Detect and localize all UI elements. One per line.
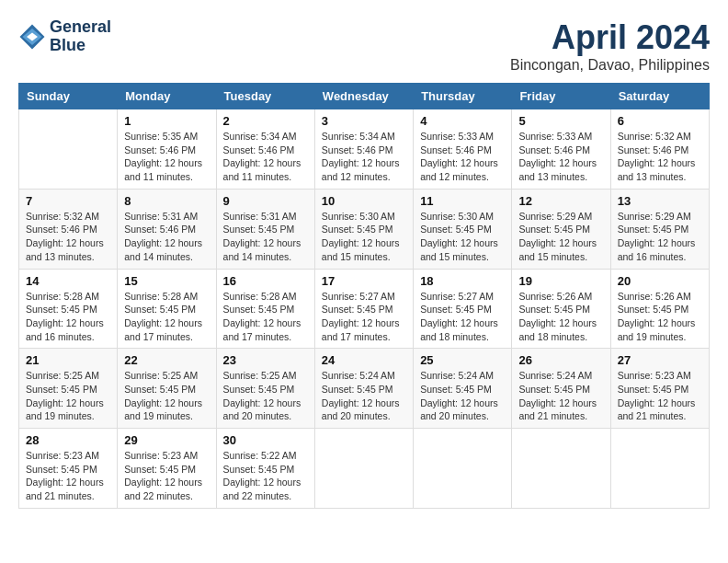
day-info: Sunrise: 5:24 AM Sunset: 5:45 PM Dayligh…: [518, 369, 603, 423]
calendar-cell: [414, 429, 512, 509]
day-info: Sunrise: 5:22 AM Sunset: 5:45 PM Dayligh…: [223, 449, 308, 503]
calendar-cell: 30Sunrise: 5:22 AM Sunset: 5:45 PM Dayli…: [216, 429, 314, 509]
day-number: 1: [124, 114, 209, 128]
day-number: 15: [124, 274, 209, 288]
day-info: Sunrise: 5:31 AM Sunset: 5:45 PM Dayligh…: [223, 210, 308, 264]
day-info: Sunrise: 5:29 AM Sunset: 5:45 PM Dayligh…: [618, 210, 702, 264]
day-number: 3: [322, 114, 406, 128]
calendar-week-row: 21Sunrise: 5:25 AM Sunset: 5:45 PM Dayli…: [19, 349, 710, 429]
calendar-cell: [19, 109, 118, 190]
calendar-cell: 16Sunrise: 5:28 AM Sunset: 5:45 PM Dayli…: [216, 269, 314, 349]
day-number: 10: [322, 194, 406, 208]
calendar-cell: 28Sunrise: 5:23 AM Sunset: 5:45 PM Dayli…: [19, 429, 118, 509]
calendar-week-row: 1Sunrise: 5:35 AM Sunset: 5:46 PM Daylig…: [19, 109, 710, 190]
day-number: 29: [124, 433, 209, 447]
day-number: 24: [322, 353, 406, 367]
calendar-cell: 24Sunrise: 5:24 AM Sunset: 5:45 PM Dayli…: [314, 349, 413, 429]
day-number: 13: [618, 194, 702, 208]
day-number: 14: [26, 274, 110, 288]
calendar-cell: [512, 429, 610, 509]
calendar-cell: 13Sunrise: 5:29 AM Sunset: 5:45 PM Dayli…: [610, 189, 709, 269]
day-number: 18: [420, 274, 505, 288]
day-number: 4: [420, 114, 505, 128]
day-info: Sunrise: 5:26 AM Sunset: 5:45 PM Dayligh…: [518, 290, 603, 344]
day-header-friday: Friday: [512, 84, 610, 109]
day-number: 20: [618, 274, 702, 288]
day-info: Sunrise: 5:29 AM Sunset: 5:45 PM Dayligh…: [518, 210, 603, 264]
day-info: Sunrise: 5:25 AM Sunset: 5:45 PM Dayligh…: [124, 369, 209, 423]
day-info: Sunrise: 5:34 AM Sunset: 5:46 PM Dayligh…: [322, 130, 406, 184]
calendar-cell: 22Sunrise: 5:25 AM Sunset: 5:45 PM Dayli…: [118, 349, 216, 429]
calendar-cell: 3Sunrise: 5:34 AM Sunset: 5:46 PM Daylig…: [314, 109, 413, 190]
day-info: Sunrise: 5:25 AM Sunset: 5:45 PM Dayligh…: [26, 369, 110, 423]
calendar-cell: 12Sunrise: 5:29 AM Sunset: 5:45 PM Dayli…: [512, 189, 610, 269]
day-info: Sunrise: 5:24 AM Sunset: 5:45 PM Dayligh…: [420, 369, 505, 423]
day-number: 21: [26, 353, 110, 367]
day-info: Sunrise: 5:23 AM Sunset: 5:45 PM Dayligh…: [26, 449, 110, 503]
day-info: Sunrise: 5:34 AM Sunset: 5:46 PM Dayligh…: [223, 130, 308, 184]
calendar-cell: 20Sunrise: 5:26 AM Sunset: 5:45 PM Dayli…: [610, 269, 709, 349]
calendar-cell: 18Sunrise: 5:27 AM Sunset: 5:45 PM Dayli…: [414, 269, 512, 349]
calendar-cell: 4Sunrise: 5:33 AM Sunset: 5:46 PM Daylig…: [414, 109, 512, 190]
day-info: Sunrise: 5:33 AM Sunset: 5:46 PM Dayligh…: [420, 130, 505, 184]
day-number: 8: [124, 194, 209, 208]
day-number: 25: [420, 353, 505, 367]
calendar-week-row: 28Sunrise: 5:23 AM Sunset: 5:45 PM Dayli…: [19, 429, 710, 509]
day-number: 27: [618, 353, 702, 367]
page-header: General Blue April 2024 Bincongan, Davao…: [18, 18, 710, 74]
day-header-thursday: Thursday: [414, 84, 512, 109]
calendar-cell: [314, 429, 413, 509]
calendar-cell: 2Sunrise: 5:34 AM Sunset: 5:46 PM Daylig…: [216, 109, 314, 190]
location: Bincongan, Davao, Philippines: [510, 57, 710, 74]
day-info: Sunrise: 5:26 AM Sunset: 5:45 PM Dayligh…: [618, 290, 702, 344]
calendar-cell: 5Sunrise: 5:33 AM Sunset: 5:46 PM Daylig…: [512, 109, 610, 190]
calendar-cell: 26Sunrise: 5:24 AM Sunset: 5:45 PM Dayli…: [512, 349, 610, 429]
day-number: 11: [420, 194, 505, 208]
day-info: Sunrise: 5:35 AM Sunset: 5:46 PM Dayligh…: [124, 130, 209, 184]
calendar-cell: 17Sunrise: 5:27 AM Sunset: 5:45 PM Dayli…: [314, 269, 413, 349]
calendar-week-row: 14Sunrise: 5:28 AM Sunset: 5:45 PM Dayli…: [19, 269, 710, 349]
calendar-cell: 25Sunrise: 5:24 AM Sunset: 5:45 PM Dayli…: [414, 349, 512, 429]
calendar-cell: 15Sunrise: 5:28 AM Sunset: 5:45 PM Dayli…: [118, 269, 216, 349]
day-number: 26: [518, 353, 603, 367]
day-info: Sunrise: 5:32 AM Sunset: 5:46 PM Dayligh…: [26, 210, 110, 264]
logo: General Blue: [18, 18, 111, 55]
logo-icon: [18, 23, 46, 51]
logo-line1: General: [50, 18, 111, 37]
day-number: 6: [618, 114, 702, 128]
calendar-cell: 23Sunrise: 5:25 AM Sunset: 5:45 PM Dayli…: [216, 349, 314, 429]
calendar-cell: 7Sunrise: 5:32 AM Sunset: 5:46 PM Daylig…: [19, 189, 118, 269]
day-info: Sunrise: 5:25 AM Sunset: 5:45 PM Dayligh…: [223, 369, 308, 423]
calendar-cell: 27Sunrise: 5:23 AM Sunset: 5:45 PM Dayli…: [610, 349, 709, 429]
day-info: Sunrise: 5:31 AM Sunset: 5:46 PM Dayligh…: [124, 210, 209, 264]
logo-line2: Blue: [50, 37, 111, 55]
day-number: 23: [223, 353, 308, 367]
day-info: Sunrise: 5:28 AM Sunset: 5:45 PM Dayligh…: [223, 290, 308, 344]
day-number: 28: [26, 433, 110, 447]
day-number: 5: [518, 114, 603, 128]
day-number: 22: [124, 353, 209, 367]
day-info: Sunrise: 5:27 AM Sunset: 5:45 PM Dayligh…: [322, 290, 406, 344]
calendar-cell: 1Sunrise: 5:35 AM Sunset: 5:46 PM Daylig…: [118, 109, 216, 190]
day-info: Sunrise: 5:30 AM Sunset: 5:45 PM Dayligh…: [420, 210, 505, 264]
day-info: Sunrise: 5:32 AM Sunset: 5:46 PM Dayligh…: [618, 130, 702, 184]
calendar-cell: 8Sunrise: 5:31 AM Sunset: 5:46 PM Daylig…: [118, 189, 216, 269]
calendar-cell: 10Sunrise: 5:30 AM Sunset: 5:45 PM Dayli…: [314, 189, 413, 269]
day-info: Sunrise: 5:33 AM Sunset: 5:46 PM Dayligh…: [518, 130, 603, 184]
calendar-cell: 6Sunrise: 5:32 AM Sunset: 5:46 PM Daylig…: [610, 109, 709, 190]
day-info: Sunrise: 5:30 AM Sunset: 5:45 PM Dayligh…: [322, 210, 406, 264]
calendar-body: 1Sunrise: 5:35 AM Sunset: 5:46 PM Daylig…: [19, 109, 710, 509]
calendar-cell: 14Sunrise: 5:28 AM Sunset: 5:45 PM Dayli…: [19, 269, 118, 349]
day-info: Sunrise: 5:23 AM Sunset: 5:45 PM Dayligh…: [618, 369, 702, 423]
day-number: 12: [518, 194, 603, 208]
day-number: 19: [518, 274, 603, 288]
day-number: 17: [322, 274, 406, 288]
calendar-cell: 11Sunrise: 5:30 AM Sunset: 5:45 PM Dayli…: [414, 189, 512, 269]
day-number: 7: [26, 194, 110, 208]
calendar-cell: 9Sunrise: 5:31 AM Sunset: 5:45 PM Daylig…: [216, 189, 314, 269]
day-header-wednesday: Wednesday: [314, 84, 413, 109]
day-info: Sunrise: 5:23 AM Sunset: 5:45 PM Dayligh…: [124, 449, 209, 503]
calendar-week-row: 7Sunrise: 5:32 AM Sunset: 5:46 PM Daylig…: [19, 189, 710, 269]
day-header-sunday: Sunday: [19, 84, 118, 109]
calendar-cell: [610, 429, 709, 509]
